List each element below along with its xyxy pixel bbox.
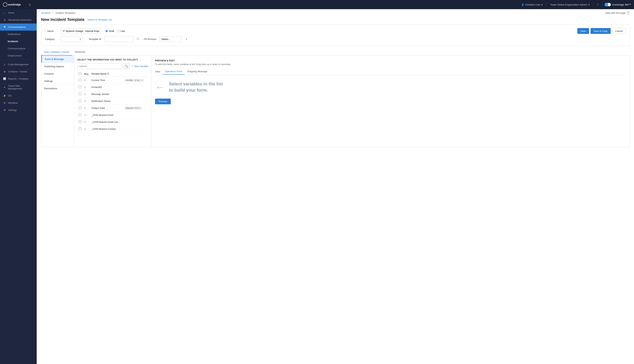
everbridge-360-toggle[interactable] [604, 3, 611, 6]
select-all-checkbox[interactable] [79, 72, 81, 75]
sidebar-item-home[interactable]: ⌂ Home [0, 9, 37, 16]
form-row-category: Category Template ID ⓘ ITA Process Selec… [45, 36, 626, 42]
form-sidebar: Form & Message Publishing Options Contac… [41, 56, 74, 147]
view-tab-operators-form[interactable]: Operator's Form [162, 68, 185, 74]
help-page-icon: ? [627, 11, 629, 14]
name-input[interactable] [61, 28, 101, 34]
svg-point-0 [3, 2, 7, 6]
org-menu[interactable]: Tower Global (Organization Admin) ▾ [549, 2, 591, 7]
home-icon: ⌂ [3, 11, 6, 14]
sidebar-item-contacts-assets[interactable]: ◈ Contacts + Assets [0, 68, 37, 75]
category-select[interactable] [61, 36, 83, 42]
th-req: Req [83, 71, 90, 77]
draft-radio[interactable] [106, 30, 108, 32]
sidebar-item-crisis-management[interactable]: ⚠ Crisis Management [0, 61, 37, 68]
ita-process-select[interactable]: Select... [159, 36, 181, 42]
table-row: ⊕ Notification Status [77, 98, 148, 105]
live-radio-label[interactable]: Live [117, 30, 125, 32]
sidebar-item-settings[interactable]: ⚙ Settings [0, 106, 37, 114]
top-nav: everbridge ⟨⟨ 👤 Christian Cole ▾ Tower G… [0, 0, 634, 9]
row-checkbox-7[interactable] [79, 128, 81, 130]
template-id-input[interactable] [104, 36, 134, 42]
form-sidebar-permissions[interactable]: Permissions [41, 85, 74, 92]
logo: everbridge [3, 2, 25, 7]
sidebar-item-ita[interactable]: ⚡ ITA [0, 92, 37, 99]
form-sidebar-contacts[interactable]: Contacts [41, 70, 74, 78]
help-button[interactable]: ? [596, 2, 600, 7]
th-format [123, 71, 148, 77]
variable-badge-0[interactable]: HH:MM - 12 ho... ▾ [125, 79, 144, 82]
row-checkbox-6[interactable] [79, 120, 81, 123]
tab-new-updated-closed[interactable]: New | Updated | Closed [41, 49, 72, 56]
form-sidebar-publishing-options[interactable]: Publishing Options [41, 63, 74, 70]
variable-name-6: _CEM Nearest Asset List [90, 118, 123, 126]
svg-text:everbridge: everbridge [8, 3, 21, 6]
variable-badge-4[interactable]: MM-DD-YYYY ▾ [125, 107, 141, 110]
sidebar-label-reports: Reports + Analytics [8, 77, 29, 80]
drag-handle-4[interactable]: ⊕ [84, 107, 86, 110]
sidebar-item-workflow[interactable]: ⚙ Workflow [0, 99, 37, 106]
row-checkbox-0[interactable] [79, 79, 81, 81]
sidebar-item-incidents[interactable]: Incidents [0, 38, 37, 45]
new-variable-label: New Variable [134, 65, 148, 68]
app-layout: ⌂ Home ◎ Situational Awareness 📢 Communi… [0, 9, 634, 364]
sidebar-item-situational-awareness[interactable]: ◎ Situational Awareness [0, 16, 37, 24]
breadcrumb-current: Incident Templates [56, 12, 75, 14]
drag-handle-7[interactable]: ⊕ [84, 128, 86, 130]
sidebar-item-comms[interactable]: Communications [0, 45, 37, 52]
travel-icon: ✈ [3, 86, 6, 89]
sidebar-label-comms: Communications [8, 47, 26, 50]
template-id-info-icon: ⓘ [137, 38, 139, 41]
drag-handle-6[interactable]: ⊕ [84, 120, 86, 123]
draft-radio-label[interactable]: Draft [106, 30, 114, 32]
row-checkbox-1[interactable] [79, 86, 81, 88]
sidebar-label-crisis: Crisis Management [8, 63, 29, 66]
return-to-template-list-link[interactable]: Return to Template List [88, 18, 112, 21]
row-checkbox-5[interactable] [79, 114, 81, 116]
table-header-row: Req Variable Name ⓘ [77, 71, 148, 77]
view-tab-outgoing-message[interactable]: Outgoing Message [185, 68, 210, 74]
form-area: * Name Draft Live Save Save & C [41, 24, 629, 46]
sidebar-item-snapcomms[interactable]: SnapComms [0, 52, 37, 59]
sidebar-item-communications[interactable]: 📢 Communications [0, 24, 37, 30]
sidebar-item-travel-risk[interactable]: ✈ Travel Risk Management [0, 82, 37, 92]
variable-name-info-icon: ⓘ [107, 72, 109, 75]
ita-process-select-wrapper: Select... [159, 36, 189, 42]
cancel-button[interactable]: Cancel [612, 28, 626, 34]
table-row: ⊕ Message Sender [77, 91, 148, 98]
row-checkbox-4[interactable] [79, 106, 81, 109]
new-variable-button[interactable]: ＋ New Variable [131, 64, 148, 68]
drag-handle-1[interactable]: ⊕ [84, 86, 86, 88]
view-tabs: Operator's Form Outgoing Message [162, 68, 210, 74]
drag-handle-2[interactable]: ⊕ [84, 93, 86, 96]
nav-separator-2 [593, 2, 593, 7]
user-menu[interactable]: 👤 Christian Cole ▾ [520, 2, 544, 7]
save-button[interactable]: Save [577, 28, 589, 34]
row-checkbox-2[interactable] [79, 92, 81, 95]
variable-name-5: _CEM Nearest Asset [90, 112, 123, 118]
row-checkbox-3[interactable] [79, 100, 81, 102]
view-label: View: [155, 70, 161, 73]
preview-button[interactable]: Preview [155, 98, 171, 104]
drag-handle-5[interactable]: ⊕ [84, 114, 86, 116]
sidebar-collapse-button[interactable]: ⟨⟨ [29, 3, 31, 6]
content-area: Form & Message Publishing Options Contac… [41, 56, 629, 147]
sidebar-item-notifications[interactable]: Notifications [0, 30, 37, 38]
help-page-link[interactable]: Help with this page ? [605, 11, 629, 14]
variable-name-4: Today's Date [90, 105, 123, 112]
sidebar-label-snapcomms: SnapComms [8, 54, 22, 57]
form-sidebar-settings[interactable]: Settings [41, 78, 74, 85]
save-copy-button[interactable]: Save & Copy [590, 28, 611, 34]
drag-handle-3[interactable]: ⊕ [84, 100, 86, 102]
sidebar-item-reports-analytics[interactable]: 📊 Reports + Analytics [0, 75, 37, 82]
search-button[interactable]: 🔍 [124, 63, 130, 69]
th-checkbox [77, 71, 83, 77]
form-sidebar-form-message[interactable]: Form & Message [41, 56, 74, 63]
breadcrumb-parent[interactable]: Incidents [41, 12, 51, 14]
tab-manage[interactable]: MANAGE [72, 49, 88, 56]
variable-name-0: Current Time [90, 77, 123, 84]
drag-handle-0[interactable]: ⊕ [84, 79, 86, 82]
live-radio[interactable] [117, 30, 119, 32]
status-radio-group: Draft Live [106, 30, 125, 32]
search-input[interactable] [77, 63, 122, 69]
